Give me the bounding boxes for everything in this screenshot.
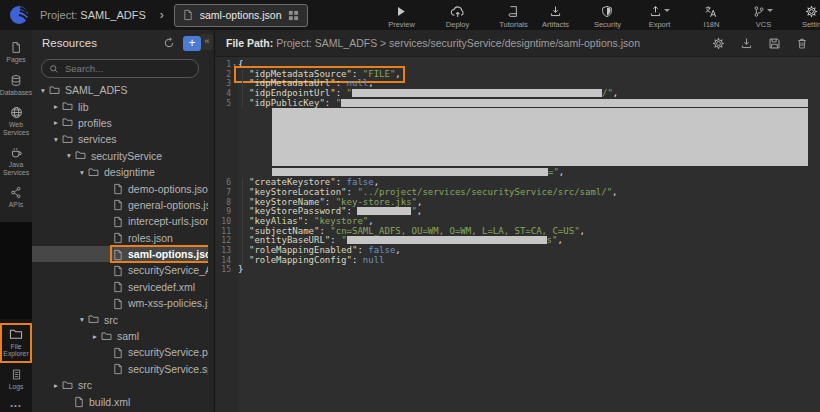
code-line[interactable] bbox=[214, 108, 820, 168]
tree-caret-icon[interactable]: ▾ bbox=[51, 135, 61, 144]
tree-item-src[interactable]: ▾ src bbox=[32, 311, 208, 327]
sidebar-item-logs[interactable]: Logs bbox=[0, 363, 32, 396]
tree-item-intercept-urls-json[interactable]: intercept-urls.json bbox=[32, 213, 208, 229]
tree-item-securityservice-spring-xml[interactable]: securityService.spring.xml bbox=[32, 361, 208, 377]
preview-button[interactable]: Preview bbox=[380, 2, 422, 29]
sidebar-item-label: Logs bbox=[9, 383, 24, 391]
line-number: 8 bbox=[214, 198, 231, 208]
tree-item-saml[interactable]: ▸ saml bbox=[32, 328, 208, 344]
sidebar-item-web-services[interactable]: WebServices bbox=[0, 101, 32, 141]
export-button[interactable]: Export bbox=[638, 2, 680, 29]
button-label: Tutorials bbox=[499, 20, 527, 29]
line-number: 15 bbox=[214, 265, 231, 275]
tree-item-profiles[interactable]: ▸ profiles bbox=[32, 115, 208, 131]
tree-item-label: build.xml bbox=[89, 396, 130, 408]
tree-caret-icon[interactable]: ▾ bbox=[77, 168, 87, 177]
search-input[interactable] bbox=[63, 62, 187, 75]
more-options-button[interactable]: ••• bbox=[0, 397, 32, 412]
tree-item-src[interactable]: ▸ src bbox=[32, 377, 208, 393]
app-logo-icon[interactable] bbox=[8, 4, 30, 26]
tree-caret-icon[interactable]: ▾ bbox=[77, 315, 87, 324]
tutorials-button[interactable]: Tutorials bbox=[492, 2, 534, 29]
tree-caret-icon[interactable]: ▸ bbox=[90, 332, 100, 341]
code-line[interactable]: 15 } bbox=[214, 265, 820, 275]
project-name: SAML_ADFS bbox=[80, 9, 145, 21]
tree-item-demo-options-json[interactable]: demo-options.json bbox=[32, 180, 208, 196]
collapse-panel-button[interactable]: « bbox=[201, 34, 213, 50]
vcs-button[interactable]: VCS bbox=[742, 2, 784, 29]
settings-button[interactable]: Settings bbox=[794, 2, 820, 29]
add-resource-button[interactable]: + bbox=[183, 36, 201, 51]
tree-caret-icon[interactable]: ▸ bbox=[51, 118, 61, 127]
tree-item-securityservice-api-json[interactable]: securityService_API.json bbox=[32, 262, 208, 278]
line-number: 7 bbox=[214, 188, 231, 198]
redacted-value bbox=[341, 99, 808, 107]
tree-item-lib[interactable]: ▸ lib bbox=[32, 98, 208, 114]
trash-icon[interactable] bbox=[796, 37, 808, 50]
fold-gutter bbox=[231, 89, 238, 99]
fold-gutter bbox=[231, 79, 238, 89]
tree-item-saml-adfs[interactable]: ▾ SAML_ADFS bbox=[32, 82, 208, 98]
file-icon bbox=[113, 347, 123, 358]
code-line[interactable]: 14 "roleMappingConfig": null bbox=[214, 256, 820, 266]
sidebar-item-java-services[interactable]: JavaServices bbox=[0, 141, 32, 181]
tree-item-securityservice[interactable]: ▾ securityService bbox=[32, 148, 208, 164]
refresh-icon[interactable] bbox=[163, 37, 175, 50]
project-title: Project: SAML_ADFS bbox=[40, 9, 146, 21]
sidebar-item-file-explorer[interactable]: FileExplorer bbox=[0, 323, 32, 363]
sidebar-item-databases[interactable]: Databases bbox=[0, 69, 32, 102]
line-number bbox=[214, 168, 231, 178]
tree-item-wm-xss-policies-json[interactable]: wm-xss-policies.json bbox=[32, 295, 208, 311]
code-editor[interactable]: 1 ▾ { 2 "idpMetadataSource": "FILE", 3 "… bbox=[214, 57, 820, 275]
tree-item-servicedef-xml[interactable]: servicedef.xml bbox=[32, 279, 208, 295]
tree-item-saml-options-json[interactable]: saml-options.json bbox=[32, 246, 208, 262]
tree-folder-icon bbox=[62, 134, 73, 145]
tab-title: saml-options.json bbox=[200, 9, 282, 21]
tree-caret-icon[interactable]: ▾ bbox=[38, 86, 48, 95]
folder-icon bbox=[9, 328, 23, 341]
tree-item-label: securityService.spring.xml bbox=[128, 363, 208, 375]
fold-gutter bbox=[231, 217, 238, 227]
security-button[interactable]: Security bbox=[586, 2, 628, 29]
tree-caret-icon[interactable]: ▸ bbox=[51, 381, 61, 390]
tree-item-services[interactable]: ▾ services bbox=[32, 131, 208, 147]
fold-caret-icon[interactable]: ▾ bbox=[231, 60, 238, 70]
line-number: 5 bbox=[214, 99, 231, 109]
line-number: 13 bbox=[214, 246, 231, 256]
tree-folder-icon bbox=[88, 314, 99, 325]
download-icon[interactable] bbox=[740, 37, 753, 50]
fold-gutter bbox=[231, 246, 238, 256]
tree-caret-icon[interactable]: ▾ bbox=[64, 151, 74, 160]
tree-folder-icon bbox=[101, 331, 112, 342]
file-icon bbox=[113, 232, 123, 243]
artifacts-button[interactable]: Artifacts bbox=[534, 2, 576, 29]
sidebar-item-apis[interactable]: APIs bbox=[0, 181, 32, 214]
search-box bbox=[41, 59, 199, 78]
fold-gutter bbox=[231, 207, 238, 217]
play-icon bbox=[395, 5, 407, 18]
tree-item-securityservice-properties[interactable]: securityService.properties bbox=[32, 344, 208, 360]
sidebar-item-pages[interactable]: Pages bbox=[0, 36, 32, 69]
tree-item-build-xml[interactable]: build.xml bbox=[32, 393, 208, 409]
button-label: I18N bbox=[704, 20, 720, 29]
save-icon[interactable] bbox=[768, 37, 781, 50]
file-tree: ▾ SAML_ADFS ▸ lib ▸ profiles ▾ services … bbox=[32, 82, 208, 412]
panel-divider[interactable] bbox=[208, 30, 215, 412]
tree-item-roles-json[interactable]: roles.json bbox=[32, 230, 208, 246]
grid-icon[interactable] bbox=[288, 10, 299, 21]
deploy-button[interactable]: Deploy bbox=[436, 2, 478, 29]
tree-item-label: src bbox=[104, 314, 118, 326]
gear-icon[interactable] bbox=[712, 37, 725, 50]
branch-icon bbox=[753, 5, 765, 18]
file-icon bbox=[113, 363, 123, 374]
line-number: 11 bbox=[214, 227, 231, 237]
tree-caret-icon[interactable]: ▸ bbox=[51, 102, 61, 111]
code-line[interactable]: 5 "idpPublicKey": " bbox=[214, 99, 820, 109]
tree-folder-icon bbox=[62, 380, 73, 391]
left-icon-bar: Pages Databases WebServices JavaServices… bbox=[0, 30, 32, 412]
i18n-button[interactable]: I18N bbox=[690, 2, 732, 29]
tree-item-general-options-json[interactable]: general-options.json bbox=[32, 197, 208, 213]
open-file-tab[interactable]: saml-options.json bbox=[174, 4, 309, 27]
app-window: Project: SAML_ADFS › saml-options.json P… bbox=[0, 0, 820, 412]
tree-item-designtime[interactable]: ▾ designtime bbox=[32, 164, 208, 180]
